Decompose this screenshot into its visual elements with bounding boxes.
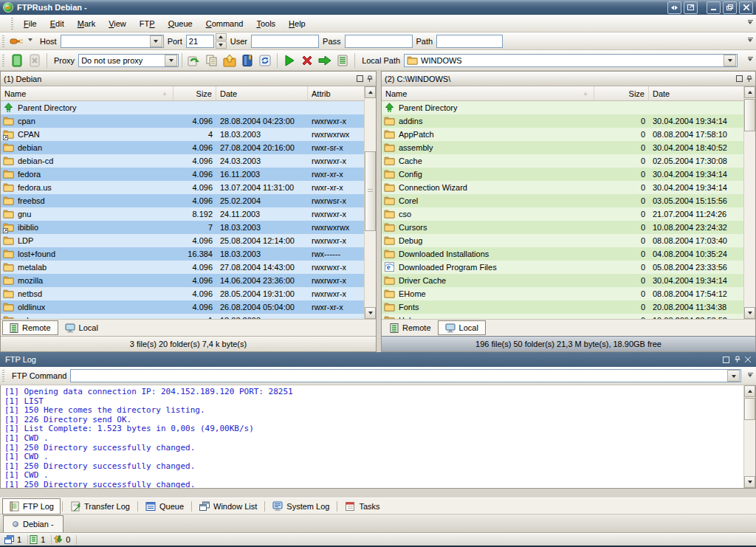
scrollbar-thumb[interactable] xyxy=(744,99,755,131)
local-path-combobox[interactable]: WINDOWS xyxy=(404,54,738,67)
ftp-log-header[interactable]: FTP Log xyxy=(0,352,756,367)
file-row[interactable]: fedora.us4.09613.07.2004 11:31:00rwxr-xr… xyxy=(1,181,364,194)
column-date[interactable]: Date xyxy=(216,86,308,100)
spin-up-icon[interactable] xyxy=(216,33,227,41)
file-row[interactable]: Cache002.05.2004 17:30:08 xyxy=(382,154,743,168)
pin-icon[interactable] xyxy=(734,356,740,363)
minimize-button[interactable] xyxy=(707,1,721,14)
maximize-pane-icon[interactable] xyxy=(736,75,743,82)
column-date[interactable]: Date xyxy=(649,86,743,100)
close-pane-icon[interactable] xyxy=(745,357,751,362)
log-vertical-scrollbar[interactable] xyxy=(743,385,755,488)
chevron-down-icon[interactable] xyxy=(150,35,162,47)
upload-icon[interactable] xyxy=(221,52,238,69)
scroll-up-icon[interactable] xyxy=(744,86,755,98)
scroll-down-icon[interactable] xyxy=(744,307,755,319)
maximize-button[interactable] xyxy=(723,1,737,14)
menu-edit[interactable]: Edit xyxy=(44,16,71,31)
file-row[interactable]: EHome008.08.2004 17:54:12 xyxy=(382,287,743,300)
file-row[interactable]: Config030.04.2004 19:34:14 xyxy=(382,168,743,181)
toolbar-overflow-button[interactable] xyxy=(746,369,755,382)
column-name[interactable]: Name▲ xyxy=(1,86,173,100)
maximize-pane-icon[interactable] xyxy=(357,75,363,82)
bookmarks-icon[interactable] xyxy=(238,52,256,69)
file-row[interactable]: debian4.09627.08.2004 20:16:00rwxr-sr-x xyxy=(1,141,364,154)
file-row[interactable]: freebsd4.09625.02.2004rwxrwsr-x xyxy=(1,194,364,207)
menu-command[interactable]: Command xyxy=(199,16,250,31)
menu-view[interactable]: View xyxy=(102,16,133,31)
connect-dropdown-icon[interactable] xyxy=(26,35,35,48)
file-row[interactable]: cpan4.09628.08.2004 04:23:00rwxrwxr-x xyxy=(1,114,364,128)
new-connection-icon[interactable] xyxy=(8,52,26,69)
maximize-pane-icon[interactable] xyxy=(723,357,729,363)
pin-icon[interactable] xyxy=(746,75,752,83)
tab-local[interactable]: Local xyxy=(58,320,105,335)
dock-tab-tasks[interactable]: Tasks xyxy=(339,499,385,514)
spin-down-icon[interactable] xyxy=(216,41,227,49)
file-row[interactable]: ibiblio718.03.2003rwxrwxrwx xyxy=(1,221,364,234)
file-row[interactable]: eDownloaded Program Files005.08.2004 23:… xyxy=(382,261,743,274)
file-row[interactable]: Debug008.08.2004 17:03:40 xyxy=(382,234,743,247)
start-icon[interactable] xyxy=(281,52,298,69)
file-row[interactable]: Help010.08.2004 23:53:52 xyxy=(382,314,743,319)
dock-tab-window-list[interactable]: Window List xyxy=(193,499,263,514)
scroll-down-icon[interactable] xyxy=(744,476,755,488)
menu-overflow-button[interactable] xyxy=(746,17,755,30)
remote-panel-header[interactable]: (1) Debian xyxy=(1,72,376,86)
scrollbar-thumb[interactable] xyxy=(744,398,755,420)
local-panel-header[interactable]: (2) C:\WINDOWS\ xyxy=(382,72,755,86)
abort-icon[interactable] xyxy=(298,52,316,69)
file-row[interactable]: Downloaded Installations004.08.2004 10:3… xyxy=(382,247,743,261)
resume-icon[interactable] xyxy=(316,52,334,69)
file-row[interactable]: Fonts020.08.2004 11:34:38 xyxy=(382,300,743,314)
remote-vertical-scrollbar[interactable] xyxy=(364,86,376,319)
menu-help[interactable]: Help xyxy=(282,16,312,31)
file-row[interactable]: Connection Wizard030.04.2004 19:34:14 xyxy=(382,181,743,194)
tab-remote[interactable]: Remote xyxy=(2,320,58,335)
file-row[interactable]: metalab4.09627.08.2004 14:43:00rwxrwxr-x xyxy=(1,261,364,274)
file-row[interactable]: mozilla4.09614.06.2004 23:36:00rwxrwxr-x xyxy=(1,274,364,287)
menu-queue[interactable]: Queue xyxy=(162,16,199,31)
pane-arrows-button[interactable] xyxy=(667,1,681,14)
scroll-up-icon[interactable] xyxy=(365,86,376,98)
site-to-site-icon[interactable] xyxy=(185,52,203,69)
file-row[interactable]: lost+found16.38418.03.2003rwx------ xyxy=(1,247,364,261)
file-row[interactable]: Parent Directory xyxy=(382,101,743,114)
file-row[interactable]: addins030.04.2004 19:34:14 xyxy=(382,114,743,128)
path-input[interactable] xyxy=(436,35,503,48)
file-row[interactable]: assembly030.04.2004 18:40:52 xyxy=(382,141,743,154)
tab-local[interactable]: Local xyxy=(438,320,486,335)
file-row[interactable]: LDP4.09625.08.2004 12:14:00rwxrwxr-x xyxy=(1,234,364,247)
file-row[interactable]: gnu8.19224.11.2003rwxrwxr-x xyxy=(1,207,364,221)
user-input[interactable] xyxy=(251,35,319,48)
scroll-down-icon[interactable] xyxy=(365,307,376,319)
file-row[interactable]: debian-cd4.09624.03.2003rwxrwxr-x xyxy=(1,154,364,168)
connect-icon[interactable] xyxy=(8,33,26,49)
ftp-command-combobox[interactable] xyxy=(70,369,741,382)
proxy-combobox[interactable]: Do not use proxy xyxy=(78,54,179,67)
file-row[interactable]: Driver Cache030.04.2004 19:34:14 xyxy=(382,274,743,287)
dock-tab-ftp-log[interactable]: FTP Log xyxy=(2,498,61,515)
dock-tab-queue[interactable]: Queue xyxy=(140,499,190,514)
column-attrib[interactable]: Attrib xyxy=(308,86,364,100)
toolbar-overflow-button[interactable] xyxy=(746,35,755,48)
copy-icon[interactable] xyxy=(203,52,221,69)
scrollbar-thumb[interactable] xyxy=(365,151,376,231)
column-size[interactable]: Size xyxy=(173,86,216,100)
chevron-down-icon[interactable] xyxy=(165,55,177,66)
close-button[interactable] xyxy=(739,1,753,14)
port-input[interactable]: 21 xyxy=(186,35,214,48)
dock-tab-transfer-log[interactable]: Transfer Log xyxy=(64,499,136,514)
detach-window-button[interactable] xyxy=(684,1,698,14)
column-name[interactable]: Name▲ xyxy=(382,86,594,100)
session-tab-debian[interactable]: Debian - xyxy=(3,515,63,532)
pin-icon[interactable] xyxy=(366,75,373,83)
file-row[interactable]: Cursors010.08.2004 23:24:32 xyxy=(382,221,743,234)
file-row[interactable]: netbsd4.09628.05.2004 19:31:00rwxrwxr-x xyxy=(1,287,364,300)
file-row[interactable]: pub118.03.2003 xyxy=(1,314,364,319)
ftp-log-output[interactable]: [1] Opening data connection IP: 204.152.… xyxy=(0,385,756,489)
menu-mark[interactable]: Mark xyxy=(71,16,102,31)
file-row[interactable]: fedora4.09616.11.2003rwxr-xr-x xyxy=(1,168,364,181)
chevron-down-icon[interactable] xyxy=(724,55,736,66)
column-size[interactable]: Size xyxy=(594,86,649,100)
